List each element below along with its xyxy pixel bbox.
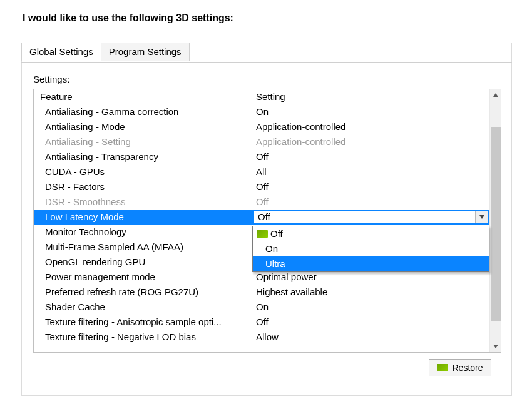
table-row[interactable]: Texture filtering - Anisotropic sample o… (34, 315, 489, 330)
feature-label: CUDA - GPUs (34, 164, 253, 179)
table-row[interactable]: Antialiasing - Transparency Off (34, 149, 489, 164)
scrollbar[interactable] (489, 89, 501, 352)
feature-label: OpenGL rendering GPU (34, 255, 253, 270)
feature-label: DSR - Smoothness (34, 194, 253, 210)
column-header-feature[interactable]: Feature (34, 89, 253, 104)
setting-combobox[interactable]: Off (253, 210, 488, 224)
table-row: DSR - Smoothness Off (34, 194, 489, 210)
feature-label: Monitor Technology (34, 225, 253, 240)
table-row-selected[interactable]: Low Latency Mode Off (34, 210, 489, 225)
tab-program-settings[interactable]: Program Settings (101, 43, 190, 61)
setting-value: Off (253, 315, 489, 330)
feature-label: Low Latency Mode (34, 210, 253, 225)
settings-label: Settings: (33, 74, 69, 84)
tab-global-settings[interactable]: Global Settings (21, 43, 101, 61)
tabs: Global Settings Program Settings (21, 43, 190, 61)
feature-label: Multi-Frame Sampled AA (MFAA) (34, 240, 253, 255)
setting-value: Application-controlled (253, 119, 489, 134)
table-header: Feature Setting (34, 89, 489, 104)
feature-label: Texture filtering - Anisotropic sample o… (34, 315, 253, 330)
table-row: Antialiasing - Setting Application-contr… (34, 134, 489, 149)
table-row[interactable]: Texture filtering - Negative LOD bias Al… (34, 330, 489, 345)
tabs-border (21, 62, 512, 63)
setting-value: On (253, 104, 489, 119)
scroll-thumb[interactable] (491, 127, 501, 321)
setting-value: Allow (253, 330, 489, 345)
setting-value: Off (258, 211, 270, 222)
feature-label: Antialiasing - Setting (34, 134, 253, 149)
scroll-down-icon[interactable] (490, 341, 501, 352)
settings-rows: Feature Setting Antialiasing - Gamma cor… (34, 89, 489, 352)
setting-dropdown[interactable]: Off On Ultra (252, 226, 489, 272)
feature-label: Antialiasing - Transparency (34, 149, 253, 164)
table-row[interactable]: Antialiasing - Gamma correction On (34, 104, 489, 119)
table-row[interactable]: Shader Cache On (34, 300, 489, 315)
restore-button[interactable]: Restore (429, 359, 491, 376)
setting-value: Highest available (253, 285, 489, 300)
chevron-down-icon[interactable] (475, 211, 488, 223)
feature-label: Preferred refresh rate (ROG PG27U) (34, 285, 253, 300)
setting-value: Off (253, 179, 489, 194)
table-row[interactable]: DSR - Factors Off (34, 179, 489, 194)
feature-label: Antialiasing - Gamma correction (34, 104, 253, 119)
setting-value: Application-controlled (253, 134, 489, 149)
table-row[interactable]: Antialiasing - Mode Application-controll… (34, 119, 489, 134)
nvidia-logo-icon (257, 230, 268, 238)
table-row[interactable]: CUDA - GPUs All (34, 164, 489, 179)
feature-label: Shader Cache (34, 300, 253, 315)
restore-label: Restore (452, 363, 483, 373)
scroll-up-icon[interactable] (490, 89, 501, 101)
table-row[interactable]: Preferred refresh rate (ROG PG27U) Highe… (34, 285, 489, 300)
settings-panel: Settings: Feature Setting Antialiasing -… (21, 43, 512, 396)
setting-value: On (253, 300, 489, 315)
dropdown-option-label: Off (270, 226, 283, 241)
settings-table: Feature Setting Antialiasing - Gamma cor… (33, 89, 501, 353)
dropdown-option[interactable]: Off (253, 226, 489, 241)
feature-label: Texture filtering - Negative LOD bias (34, 330, 253, 345)
setting-value: Off (253, 194, 489, 210)
feature-label: Power management mode (34, 270, 253, 285)
setting-value: All (253, 164, 489, 179)
dropdown-option[interactable]: Ultra (253, 256, 489, 271)
feature-label: DSR - Factors (34, 179, 253, 194)
setting-value: Off (253, 149, 489, 164)
nvidia-logo-icon (437, 364, 448, 371)
feature-label: Antialiasing - Mode (34, 119, 253, 134)
column-header-setting[interactable]: Setting (253, 89, 489, 104)
page-title: I would like to use the following 3D set… (0, 0, 532, 24)
dropdown-option[interactable]: On (253, 241, 489, 256)
